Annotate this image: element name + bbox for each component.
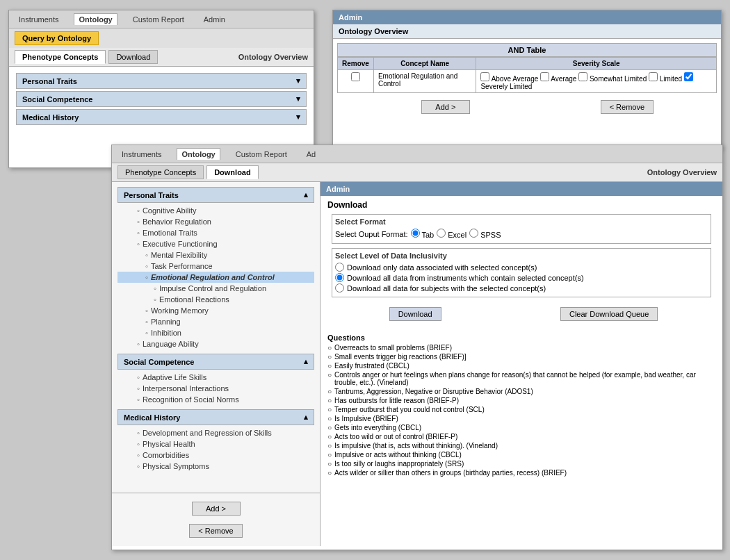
remove-btn-3[interactable]: < Remove bbox=[189, 524, 242, 538]
question-item: ○Is impulsive (that is, acts without thi… bbox=[327, 442, 715, 450]
nav-custom-report-3[interactable]: Custom Report bbox=[232, 149, 291, 160]
above-average-cb[interactable] bbox=[480, 72, 489, 81]
col-remove: Remove bbox=[338, 58, 374, 70]
remove-checkbox[interactable] bbox=[351, 72, 360, 81]
medical-history-items: ◦Development and Regression of Skills ◦P… bbox=[117, 427, 314, 472]
list-item[interactable]: ◦Physical Health bbox=[117, 438, 314, 450]
nav-bar-3: Instruments Ontology Custom Report Ad bbox=[112, 145, 722, 163]
question-item: ○Acts wilder or sillier than others in g… bbox=[327, 469, 715, 477]
question-item: ○Easily frustrated (CBCL) bbox=[327, 362, 715, 370]
output-format-label: Select Ouput Format: bbox=[335, 230, 408, 238]
level-radio-1[interactable] bbox=[335, 273, 344, 282]
spss-option[interactable]: SPSS bbox=[469, 229, 501, 239]
list-item[interactable]: ◦Emotional Traits bbox=[117, 227, 314, 238]
nav-admin-3[interactable]: Ad bbox=[302, 149, 320, 160]
chevron-social-competence-3 bbox=[304, 357, 308, 366]
download-title: Download bbox=[327, 200, 715, 210]
tab-radio[interactable] bbox=[411, 229, 420, 238]
and-table-title: AND Table bbox=[337, 43, 717, 57]
select-format-title: Select Format bbox=[335, 217, 708, 226]
ontology-overview-title-2: Ontology Overview bbox=[333, 24, 721, 39]
list-item[interactable]: ◦Planning bbox=[117, 316, 314, 327]
tab-download-1[interactable]: Download bbox=[108, 50, 158, 64]
level-row-2: Download all data for subjects with the … bbox=[335, 283, 708, 293]
list-item[interactable]: ◦Language Ability bbox=[117, 338, 314, 349]
section-personal-traits-1[interactable]: Personal Traits bbox=[16, 73, 307, 89]
question-item: ○Has outbursts for little reason (BRIEF-… bbox=[327, 397, 715, 404]
nav-custom-report-1[interactable]: Custom Report bbox=[129, 14, 188, 25]
section-personal-traits-3[interactable]: Personal Traits bbox=[117, 187, 314, 203]
severely-limited-cb[interactable] bbox=[684, 72, 693, 81]
tree-container-1: Personal Traits Social Competence Medica… bbox=[9, 67, 314, 131]
download-btn[interactable]: Download bbox=[389, 307, 441, 321]
list-item[interactable]: ◦Working Memory bbox=[117, 305, 314, 316]
section-medical-history-1[interactable]: Medical History bbox=[16, 109, 307, 125]
social-competence-items: ◦Adaptive Life Skills ◦Interpersonal Int… bbox=[117, 372, 314, 405]
format-row: Select Ouput Format: Tab Excel SPSS bbox=[335, 229, 708, 239]
section-medical-history-3[interactable]: Medical History bbox=[117, 409, 314, 425]
chevron-personal-traits-3 bbox=[304, 190, 308, 199]
nav-instruments-3[interactable]: Instruments bbox=[117, 149, 165, 160]
left-panel: Personal Traits ◦Cognitive Ability ◦Beha… bbox=[112, 182, 321, 546]
list-item[interactable]: ◦Adaptive Life Skills bbox=[117, 372, 314, 383]
tab-option[interactable]: Tab bbox=[411, 229, 435, 239]
limited-cb[interactable] bbox=[649, 72, 658, 81]
somewhat-limited-cb[interactable] bbox=[578, 72, 587, 81]
excel-option[interactable]: Excel bbox=[437, 229, 467, 239]
ontology-overview-label-3: Ontology Overview bbox=[647, 168, 717, 176]
select-format-section: Select Format Select Ouput Format: Tab E… bbox=[332, 214, 711, 244]
section-social-competence-1[interactable]: Social Competence bbox=[16, 91, 307, 107]
question-item: ○Impulsive or acts without thinking (CBC… bbox=[327, 451, 715, 459]
query-by-ontology-btn-1[interactable]: Query by Ontology bbox=[15, 31, 99, 45]
question-item: ○Gets into everything (CBCL) bbox=[327, 424, 715, 431]
list-item[interactable]: ◦Comorbidities bbox=[117, 450, 314, 461]
list-item[interactable]: ◦Executive Functioning bbox=[117, 238, 314, 249]
list-item[interactable]: ◦Impulse Control and Regulation bbox=[117, 283, 314, 294]
level-radio-2[interactable] bbox=[335, 283, 344, 293]
section-social-competence-3[interactable]: Social Competence bbox=[117, 354, 314, 370]
tree-buttons: Add > < Remove bbox=[112, 493, 320, 546]
list-item[interactable]: ◦Recognition of Social Norms bbox=[117, 394, 314, 405]
questions-container: Questions ○Overreacts to small problems … bbox=[327, 333, 715, 477]
question-item: ○Tantrums, Aggression, Negative or Disru… bbox=[327, 388, 715, 395]
add-btn-3[interactable]: Add > bbox=[192, 502, 241, 516]
main-content: Personal Traits ◦Cognitive Ability ◦Beha… bbox=[112, 182, 722, 546]
list-item[interactable]: ◦Inhibition bbox=[117, 327, 314, 338]
list-item[interactable]: ◦Mental Flexibility bbox=[117, 249, 314, 261]
tab-phenotype-concepts-3[interactable]: Phenotype Concepts bbox=[117, 165, 204, 179]
clear-queue-btn[interactable]: Clear Download Queue bbox=[560, 307, 658, 321]
list-item[interactable]: ◦Task Performance bbox=[117, 261, 314, 272]
admin-bar-3: Admin bbox=[321, 182, 722, 196]
download-actions: Download Clear Download Queue bbox=[327, 302, 715, 329]
question-item: ○Acts too wild or out of control (BRIEF-… bbox=[327, 433, 715, 440]
level-radio-0[interactable] bbox=[335, 263, 344, 272]
nav-ontology-1[interactable]: Ontology bbox=[74, 13, 117, 25]
chevron-social-competence-1 bbox=[296, 94, 300, 104]
list-item[interactable]: ◦Emotional Reactions bbox=[117, 294, 314, 305]
question-item: ○Temper outburst that you could not cont… bbox=[327, 406, 715, 413]
tab-bar-1: Phenotype Concepts Download Ontology Ove… bbox=[9, 48, 314, 67]
nav-bar-1: Instruments Ontology Custom Report Admin bbox=[9, 10, 314, 28]
nav-admin-1[interactable]: Admin bbox=[200, 14, 229, 25]
question-item: ○Is too silly or laughs inappropriately … bbox=[327, 460, 715, 468]
select-level-title: Select Level of Data Inclusivity bbox=[335, 252, 708, 260]
list-item[interactable]: ◦Behavior Regulation bbox=[117, 216, 314, 227]
question-item: ○Overreacts to small problems (BRIEF) bbox=[327, 344, 715, 352]
tab-bar-3: Phenotype Concepts Download Ontology Ove… bbox=[112, 163, 722, 182]
average-cb[interactable] bbox=[540, 72, 549, 81]
spss-radio[interactable] bbox=[469, 229, 478, 238]
nav-ontology-3[interactable]: Ontology bbox=[177, 148, 220, 160]
excel-radio[interactable] bbox=[437, 229, 446, 238]
tab-phenotype-concepts-1[interactable]: Phenotype Concepts bbox=[15, 50, 106, 64]
list-item[interactable]: ◦Interpersonal Interactions bbox=[117, 383, 314, 394]
list-item-highlighted[interactable]: ◦Emotional Regulation and Control bbox=[117, 272, 314, 283]
list-item[interactable]: ◦Cognitive Ability bbox=[117, 205, 314, 216]
list-item[interactable]: ◦Development and Regression of Skills bbox=[117, 427, 314, 438]
nav-instruments-1[interactable]: Instruments bbox=[15, 14, 63, 25]
list-item[interactable]: ◦Physical Symptoms bbox=[117, 461, 314, 472]
remove-btn-2[interactable]: < Remove bbox=[601, 100, 654, 114]
add-btn-2[interactable]: Add > bbox=[421, 100, 470, 114]
window-main: Instruments Ontology Custom Report Ad Ph… bbox=[111, 145, 723, 550]
questions-title: Questions bbox=[327, 333, 715, 342]
tab-download-3[interactable]: Download bbox=[206, 165, 259, 179]
